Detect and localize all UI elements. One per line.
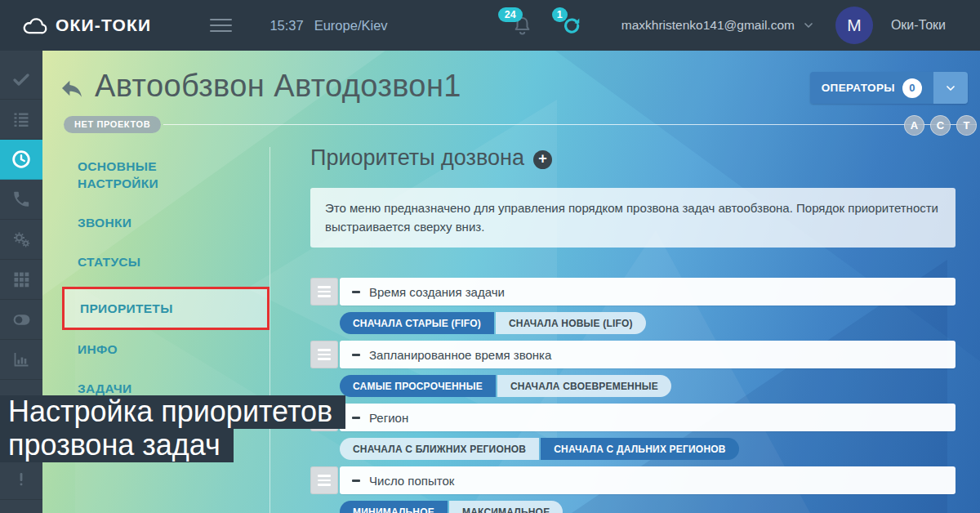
priority-bar[interactable]: Регион: [340, 404, 956, 431]
operators-button-label: ОПЕРАТОРЫ: [822, 82, 895, 94]
priority-bar[interactable]: Число попыток: [340, 466, 956, 494]
menu-item-2[interactable]: ЗВОНКИ: [78, 214, 265, 231]
description-box: Это меню предназначено для управления по…: [310, 188, 956, 248]
menu-item-label: ОСНОВНЫЕ НАСТРОЙКИ: [78, 159, 158, 190]
caption-line: Настройка приоритетов: [0, 395, 345, 429]
priority-row: Запланированное время звонка САМЫЕ ПРОСР…: [310, 341, 956, 397]
timezone-label[interactable]: Europe/Kiev: [314, 18, 388, 33]
priority-option-button[interactable]: СНАЧАЛА НОВЫЕ (LIFO): [496, 312, 646, 334]
priority-options: САМЫЕ ПРОСРОЧЕННЫЕСНАЧАЛА СВОЕВРЕМЕННЫЕ: [340, 375, 956, 397]
avatar[interactable]: M: [835, 7, 873, 44]
menu-item-label: ИНФО: [78, 342, 118, 356]
collapse-minus-icon[interactable]: [352, 480, 360, 482]
app-logo[interactable]: ОКИ-ТОКИ: [21, 14, 151, 37]
priority-list: Время создания задачи СНАЧАЛА СТАРЫЕ (FI…: [310, 278, 956, 513]
priority-label: Число попыток: [369, 474, 454, 488]
chevron-down-icon: [802, 19, 815, 32]
check-icon: [11, 69, 31, 89]
menu-item-label: СТАТУСЫ: [78, 255, 140, 269]
content-title-text: Приоритеты дозвона: [310, 145, 524, 171]
page-title: Автообзвон Автодозвон1: [95, 69, 461, 104]
clock-icon: [11, 149, 32, 170]
priority-option-button[interactable]: СНАЧАЛА СТАРЫЕ (FIFO): [340, 312, 494, 334]
hamburger-menu-icon[interactable]: [207, 16, 235, 35]
priority-option-button[interactable]: МИНИМАЛЬНОЕ: [340, 501, 448, 513]
priority-option-button[interactable]: СНАЧАЛА С ДАЛЬНИХ РЕГИОНОВ: [541, 438, 738, 460]
app-logo-text: ОКИ-ТОКИ: [56, 16, 151, 35]
priority-label: Запланированное время звонка: [369, 348, 551, 362]
history-button[interactable]: 1: [561, 15, 582, 36]
sidebar-item-bar-chart[interactable]: [0, 340, 42, 380]
queue-circle-c[interactable]: C: [930, 115, 951, 136]
operators-button-main[interactable]: ОПЕРАТОРЫ 0: [810, 72, 933, 104]
project-badge: НЕТ ПРОЕКТОВ: [64, 116, 161, 133]
grid-icon: [11, 270, 31, 289]
topbar: ОКИ-ТОКИ 15:37 Europe/Kiev 24 1 maxkhris…: [0, 0, 980, 51]
sidebar-item-alert[interactable]: [0, 460, 42, 500]
priority-row: Время создания задачи СНАЧАЛА СТАРЫЕ (FI…: [310, 278, 956, 334]
sidebar-item-check[interactable]: [0, 60, 42, 100]
history-badge: 1: [552, 7, 568, 22]
account-email: maxkhristenko141@gmail.com: [621, 18, 795, 33]
priority-bar[interactable]: Запланированное время звонка: [340, 341, 956, 368]
menu-item-label: ЗАДАЧИ: [78, 381, 131, 395]
app-root: ОКИ-ТОКИ 15:37 Europe/Kiev 24 1 maxkhris…: [0, 0, 980, 513]
menu-item-label: ЗВОНКИ: [78, 216, 131, 230]
list-icon: [11, 109, 31, 129]
priority-option-button[interactable]: МАКСИМАЛЬНОЕ: [449, 501, 563, 513]
sidebar-item-clock[interactable]: [0, 140, 42, 180]
gears-icon: [11, 230, 31, 249]
operators-button[interactable]: ОПЕРАТОРЫ 0: [810, 72, 968, 104]
caption-overlay: Настройка приоритетов прозвона задач: [0, 395, 345, 462]
drag-handle-icon[interactable]: [310, 341, 338, 368]
back-button[interactable]: [59, 75, 85, 101]
menu-item-label: ПРИОРИТЕТЫ: [80, 301, 173, 315]
queue-circle-t[interactable]: T: [956, 115, 977, 136]
priority-options: СНАЧАЛА С БЛИЖНИХ РЕГИОНОВСНАЧАЛА С ДАЛЬ…: [340, 438, 956, 460]
priority-label: Регион: [369, 411, 408, 425]
priority-option-button[interactable]: САМЫЕ ПРОСРОЧЕННЫЕ: [340, 375, 496, 397]
menu-item-5[interactable]: ИНФО: [78, 341, 265, 358]
priority-row: Число попыток МИНИМАЛЬНОЕМАКСИМАЛЬНОЕ: [310, 466, 956, 513]
bar-chart-icon: [11, 350, 31, 369]
queue-circle-a[interactable]: A: [904, 115, 924, 136]
drag-handle-icon[interactable]: [310, 466, 338, 494]
priority-bar[interactable]: Время создания задачи: [340, 278, 956, 306]
priority-label: Время создания задачи: [369, 285, 505, 299]
drag-handle-icon[interactable]: [310, 278, 338, 306]
notifications-badge: 24: [498, 7, 523, 22]
cloud-icon: [21, 14, 48, 37]
priority-options: МИНИМАЛЬНОЕМАКСИМАЛЬНОЕ: [340, 501, 956, 513]
sidebar-item-list[interactable]: [0, 100, 42, 140]
collapse-minus-icon[interactable]: [352, 291, 360, 293]
priority-options: СНАЧАЛА СТАРЫЕ (FIFO)СНАЧАЛА НОВЫЕ (LIFO…: [340, 312, 956, 334]
add-priority-icon[interactable]: [533, 150, 552, 169]
operators-dropdown-toggle[interactable]: [933, 72, 968, 104]
priority-option-button[interactable]: СНАЧАЛА С БЛИЖНИХ РЕГИОНОВ: [340, 438, 539, 460]
clock-time: 15:37: [270, 18, 303, 33]
chevron-down-icon: [944, 82, 957, 95]
phone-icon: [11, 190, 31, 209]
collapse-minus-icon[interactable]: [352, 417, 360, 419]
priority-row: Регион СНАЧАЛА С БЛИЖНИХ РЕГИОНОВСНАЧАЛА…: [310, 404, 956, 460]
collapse-minus-icon[interactable]: [352, 354, 360, 356]
menu-item-4[interactable]: ПРИОРИТЕТЫ: [62, 287, 270, 330]
sidebar-item-gears[interactable]: [0, 220, 42, 260]
caption-line: прозвона задач: [0, 429, 234, 462]
menu-item-3[interactable]: СТАТУСЫ: [78, 253, 265, 270]
alert-icon: [11, 470, 31, 489]
menu-item-1[interactable]: ОСНОВНЫЕ НАСТРОЙКИ: [78, 158, 200, 192]
notifications-button[interactable]: 24: [511, 15, 533, 37]
priority-option-button[interactable]: СНАЧАЛА СВОЕВРЕМЕННЫЕ: [497, 375, 671, 397]
toggle-icon: [11, 310, 32, 330]
account-menu[interactable]: maxkhristenko141@gmail.com: [621, 18, 815, 33]
content-title: Приоритеты дозвона: [310, 145, 552, 171]
sidebar-item-toggle[interactable]: [0, 300, 42, 340]
topbar-right: 24 1 maxkhristenko141@gmail.com M Оки-То…: [511, 7, 980, 44]
sidebar-item-phone[interactable]: [0, 180, 42, 220]
sidebar-item-grid[interactable]: [0, 260, 42, 300]
operators-count-badge: 0: [902, 78, 922, 98]
account-name: Оки-Токи: [891, 18, 946, 33]
queue-circles: ACT: [904, 115, 977, 136]
header-divider-line: [163, 124, 977, 125]
